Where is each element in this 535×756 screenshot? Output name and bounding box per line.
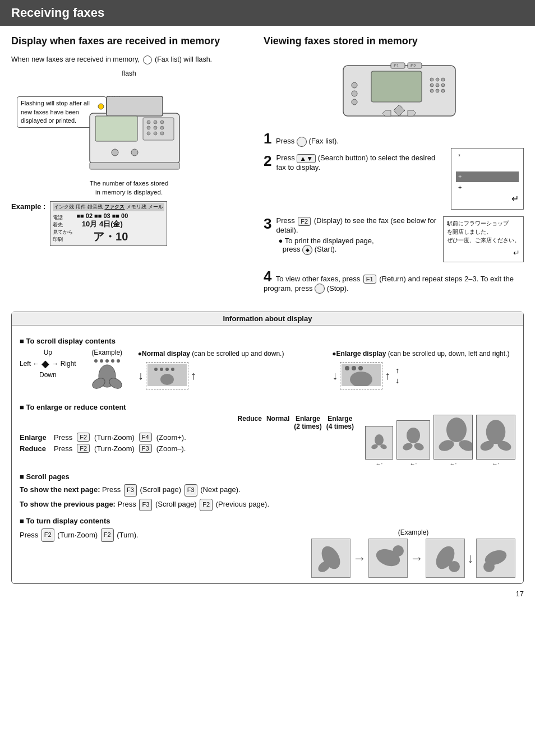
f2-btn-reduce[interactable]: F2 [77, 444, 90, 453]
zoom-enlarge4-visual: ←· [476, 415, 515, 467]
svg-point-63 [413, 442, 425, 452]
svg-point-5 [154, 120, 157, 124]
svg-point-77 [483, 561, 495, 572]
enlarge-display-col: ●Enlarge display (can be scrolled up, do… [332, 349, 515, 389]
fax-count-note: The number of faxes storedin memory is d… [11, 179, 247, 197]
start-btn[interactable]: ◆ [302, 245, 312, 255]
svg-point-7 [147, 126, 150, 129]
normal-svg [399, 423, 427, 457]
prev-page-row: To show the previous page: Press F3 (Scr… [20, 499, 515, 511]
fax-preview-line1: * [456, 152, 519, 161]
f3-btn-next2[interactable]: F3 [185, 484, 197, 497]
svg-point-11 [154, 132, 157, 135]
f2-btn-turn2[interactable]: F2 [101, 528, 114, 542]
turn-svg1 [313, 540, 349, 576]
svg-rect-2 [95, 116, 137, 141]
f3-btn-reduce[interactable]: F3 [139, 444, 152, 453]
f2-btn-step3[interactable]: F2 [298, 217, 311, 226]
info-box: Information about display To scroll disp… [11, 312, 524, 583]
svg-point-48 [154, 368, 158, 371]
turn-img4 [476, 539, 515, 578]
f4-btn[interactable]: F4 [139, 433, 152, 442]
printer-illustration: . . . . . . [79, 80, 191, 175]
turn-svg3 [427, 540, 464, 576]
enlarge-press: Press [54, 433, 72, 442]
svg-text:F1: F1 [394, 63, 399, 68]
page-number: 17 [0, 584, 535, 604]
svg-point-14 [112, 149, 118, 156]
step-3: 3 Press F2 (Display) to see the fax (see… [264, 216, 524, 262]
turn-row: Press F2 (Turn·Zoom) F2 (Turn). [20, 528, 300, 542]
step3-num: 3 [264, 216, 271, 231]
step-1: 1 Press (Fax list). [264, 131, 524, 147]
svg-point-39 [94, 359, 98, 363]
enlarge4-svg [477, 415, 515, 460]
step3-bullet: ● To print the displayed page, press ◆ (… [276, 236, 441, 255]
fax-preview-line3: + [456, 171, 519, 182]
enlarge-row: Enlarge Press F2 (Turn·Zoom) F4 (Zoom+). [20, 433, 354, 442]
display-tabs: インク残 用件 録音残 ファクス メモリ残 メール [53, 203, 164, 211]
enlarge-display-visual: ↓ ↑ ← → [332, 362, 515, 389]
enlarge-display-label: ●Enlarge display (can be scrolled up, do… [332, 349, 515, 359]
scroll-pages-title: Scroll pages [20, 472, 515, 481]
enlarge-display-svg [342, 364, 381, 386]
stop-btn[interactable] [315, 284, 325, 294]
svg-point-64 [446, 418, 467, 442]
zoom-label-enlarge2: Enlarge(2 times) [294, 415, 321, 430]
f2-btn-turn1[interactable]: F2 [41, 528, 54, 542]
scroll-display-title: To scroll display contents [20, 337, 515, 345]
step1-text: Press (Fax list). [276, 137, 339, 145]
japanese-fax-preview: 駅前にフラワーショップ を開店しました。 ぜひ一度、ご来店ください。 ↵ [443, 216, 524, 262]
example-row: Example : インク残 用件 録音残 ファクス メモリ残 メール [11, 201, 247, 246]
fax-list-btn[interactable] [297, 137, 307, 147]
reduce-press: Press [54, 444, 72, 453]
turn-example: (Example) → [311, 528, 515, 578]
scroll-example: (Example) [87, 349, 127, 397]
svg-point-56 [358, 366, 363, 370]
svg-point-28 [436, 78, 439, 81]
zoom-label-reduce: Reduce [238, 415, 262, 430]
next-page-row: To show the next page: Press F3 (Scroll … [20, 484, 515, 497]
svg-point-73 [393, 545, 404, 556]
svg-point-30 [430, 84, 433, 87]
page-header: Receiving faxes [0, 0, 535, 26]
svg-point-52 [160, 374, 174, 385]
f3-btn-prev1[interactable]: F3 [139, 499, 152, 511]
left-section: Display when faxes are received in memor… [11, 35, 247, 300]
svg-point-33 [430, 89, 433, 92]
zoom-reduce-visual: ←· [365, 426, 393, 467]
reduce-row: Reduce Press F2 (Turn·Zoom) F3 (Zoom–). [20, 444, 354, 453]
svg-point-16 [98, 104, 104, 109]
f3-btn-next1[interactable]: F3 [124, 484, 137, 497]
svg-point-27 [430, 78, 433, 81]
svg-point-50 [165, 368, 169, 371]
normal-display-col: ●Normal display (can be scrolled up and … [138, 349, 321, 389]
f2-btn-prev2[interactable]: F2 [200, 499, 213, 511]
zoom-enlarge2-visual: ←· [433, 415, 473, 467]
fax-display: インク残 用件 録音残 ファクス メモリ残 メール 電話着先 見てから印刷 [50, 201, 167, 246]
svg-point-43 [117, 359, 120, 363]
flash-description: When new faxes are received in memory, (… [11, 54, 247, 65]
fax-preview-line2 [456, 161, 519, 172]
normal-display-visual: ↓ ↑ [138, 362, 321, 389]
reduce-turnzoom: (Turn·Zoom) [94, 444, 135, 453]
svg-point-15 [131, 149, 138, 156]
fax-list-icon [143, 55, 152, 64]
normal-display-label: ●Normal display (can be scrolled up and … [138, 349, 321, 359]
svg-text:. . . . . .: . . . . . . [107, 92, 120, 98]
svg-point-6 [160, 120, 164, 124]
f2-btn-enlarge[interactable]: F2 [77, 433, 90, 442]
right-section-title: Viewing faxes stored in memory [264, 35, 524, 48]
svg-point-51 [171, 368, 174, 371]
f1-btn-step4[interactable]: F1 [363, 275, 376, 284]
japanese-line3: ぜひ一度、ご来店ください。 [447, 236, 520, 244]
svg-point-12 [160, 132, 164, 135]
scroll-pages-section: To show the next page: Press F3 (Scroll … [20, 484, 515, 511]
svg-point-4 [147, 120, 150, 124]
zoom-visual-comparison: ←· ←· [365, 415, 515, 467]
svg-point-10 [147, 132, 150, 135]
turn-title: To turn display contents [20, 517, 515, 525]
steps-area: 1 Press (Fax list). 2 Press ▲▼ (Search [264, 131, 524, 294]
example-label: Example : [11, 202, 45, 211]
svg-point-24 [352, 82, 357, 88]
